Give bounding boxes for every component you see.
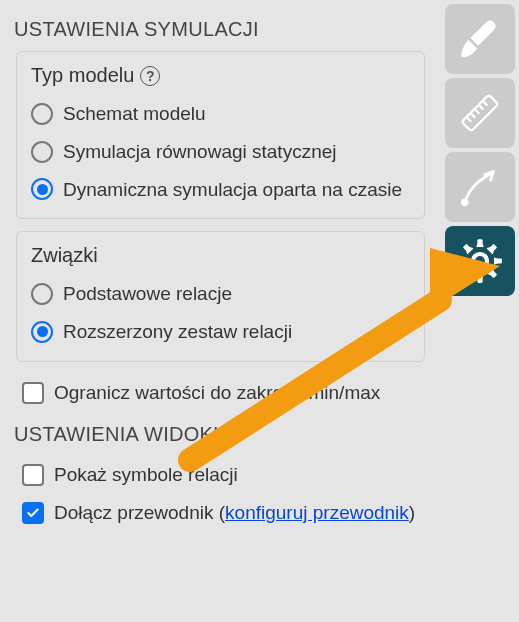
radio-label: Dynamiczna symulacja oparta na czasie	[63, 178, 402, 202]
guide-prefix: Dołącz przewodnik (	[54, 502, 225, 523]
checkbox-icon	[22, 464, 44, 486]
ruler-tool-button[interactable]	[445, 78, 515, 148]
model-type-title: Typ modelu	[31, 64, 134, 87]
brush-tool-button[interactable]	[445, 4, 515, 74]
view-settings-title: USTAWIENIA WIDOKU	[14, 423, 425, 446]
settings-tool-button[interactable]	[445, 226, 515, 296]
radio-label: Schemat modelu	[63, 102, 206, 126]
radio-icon	[31, 141, 53, 163]
radio-model-static[interactable]: Symulacja równowagi statycznej	[31, 133, 412, 171]
tool-sidebar	[441, 0, 519, 622]
guide-suffix: )	[409, 502, 415, 523]
svg-line-4	[479, 105, 484, 110]
checkbox-show-symbols[interactable]: Pokaż symbole relacji	[12, 456, 425, 494]
radio-label: Rozszerzony zestaw relacji	[63, 320, 292, 344]
ruler-icon	[457, 90, 503, 136]
svg-point-6	[461, 199, 469, 207]
radio-relations-basic[interactable]: Podstawowe relacje	[31, 275, 412, 313]
svg-line-2	[471, 113, 476, 118]
radio-relations-extended[interactable]: Rozszerzony zestaw relacji	[31, 313, 412, 351]
relations-group: Związki Podstawowe relacje Rozszerzony z…	[16, 231, 425, 362]
checkbox-icon	[22, 382, 44, 404]
checkbox-limit-range[interactable]: Ogranicz wartości do zakresu min/max	[18, 374, 425, 412]
svg-rect-13	[458, 258, 465, 263]
radio-icon	[31, 103, 53, 125]
brush-icon	[457, 16, 503, 62]
relations-title: Związki	[31, 244, 98, 267]
radio-icon	[31, 283, 53, 305]
svg-line-1	[466, 117, 471, 122]
radio-icon	[31, 178, 53, 200]
radio-model-dynamic[interactable]: Dynamiczna symulacja oparta na czasie	[31, 171, 412, 209]
model-type-group: Typ modelu ? Schemat modelu Symulacja ró…	[16, 51, 425, 219]
checkbox-icon	[22, 502, 44, 524]
simulation-settings-title: USTAWIENIA SYMULACJI	[14, 18, 425, 41]
curve-arrow-icon	[457, 164, 503, 210]
svg-rect-14	[495, 258, 502, 263]
curve-tool-button[interactable]	[445, 152, 515, 222]
svg-rect-12	[477, 276, 482, 283]
svg-rect-11	[477, 239, 482, 246]
configure-guide-link[interactable]: konfiguruj przewodnik	[225, 502, 409, 523]
radio-label: Podstawowe relacje	[63, 282, 232, 306]
checkbox-label: Pokaż symbole relacji	[54, 462, 238, 488]
settings-panel: USTAWIENIA SYMULACJI Typ modelu ? Schema…	[0, 0, 437, 622]
gear-icon	[455, 236, 505, 286]
svg-line-3	[475, 109, 480, 114]
radio-label: Symulacja równowagi statycznej	[63, 140, 337, 164]
radio-model-diagram[interactable]: Schemat modelu	[31, 95, 412, 133]
checkbox-label: Dołącz przewodnik (konfiguruj przewodnik…	[54, 500, 415, 526]
checkbox-include-guide[interactable]: Dołącz przewodnik (konfiguruj przewodnik…	[12, 494, 425, 532]
checkbox-label: Ogranicz wartości do zakresu min/max	[54, 380, 380, 406]
radio-icon	[31, 321, 53, 343]
svg-line-5	[483, 101, 488, 106]
help-icon[interactable]: ?	[140, 66, 160, 86]
